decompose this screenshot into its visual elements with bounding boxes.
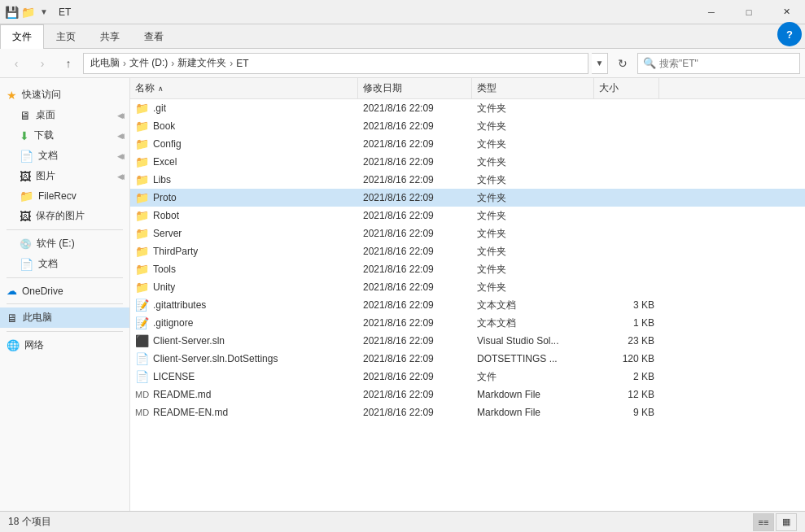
file-name: Client-Server.sln.DotSettings: [153, 353, 278, 364]
file-item-6[interactable]: 📁 Robot 2021/8/16 22:09 文件夹: [130, 207, 805, 225]
folder-icon: 📁: [135, 102, 149, 115]
file-name: Config: [153, 138, 182, 150]
folder-icon: 📁: [135, 245, 149, 258]
file-item-8[interactable]: 📁 ThirdParty 2021/8/16 22:09 文件夹: [130, 242, 805, 260]
sidebar-item-pictures[interactable]: 🖼 图片 ◀: [0, 166, 129, 186]
help-button[interactable]: ?: [777, 22, 802, 46]
file-item-5[interactable]: 📁 Proto 2021/8/16 22:09 文件夹: [130, 189, 805, 207]
divider-4: [7, 331, 123, 332]
sidebar-item-downloads[interactable]: ⬇ 下载 ◀: [0, 125, 129, 146]
file-item-2[interactable]: 📁 Config 2021/8/16 22:09 文件夹: [130, 135, 805, 153]
file-item-4[interactable]: 📁 Libs 2021/8/16 22:09 文件夹: [130, 171, 805, 189]
sidebar-item-software-e[interactable]: 💿 软件 (E:): [0, 233, 129, 254]
col-header-size[interactable]: 大小: [594, 78, 659, 98]
cell-size: 12 KB: [594, 389, 659, 400]
file-item-12[interactable]: 📝 .gitignore 2021/8/16 22:09 文本文档 1 KB: [130, 314, 805, 332]
cell-date: 2021/8/16 22:09: [358, 371, 472, 382]
sidebar-header-quick-access[interactable]: ★ 快速访问: [0, 85, 129, 105]
cell-date: 2021/8/16 22:09: [358, 138, 472, 150]
network-icon: 🌐: [7, 339, 20, 351]
file-name: Tools: [153, 264, 176, 275]
file-item-1[interactable]: 📁 Book 2021/8/16 22:09 文件夹: [130, 117, 805, 135]
forward-button[interactable]: ›: [31, 52, 54, 75]
file-item-16[interactable]: MD README.md 2021/8/16 22:09 Markdown Fi…: [130, 386, 805, 403]
sidebar-item-saved-pictures[interactable]: 🖼 保存的图片: [0, 206, 129, 226]
this-pc-icon: 🖥: [7, 312, 18, 325]
file-item-10[interactable]: 📁 Unity 2021/8/16 22:09 文件夹: [130, 278, 805, 296]
view-list-button[interactable]: ≡≡: [753, 513, 774, 531]
cell-type: 文件: [472, 370, 594, 384]
file-item-17[interactable]: MD README-EN.md 2021/8/16 22:09 Markdown…: [130, 403, 805, 421]
desktop-label: 桌面: [36, 108, 55, 122]
sidebar-header-this-pc[interactable]: 🖥 此电脑: [0, 307, 129, 328]
back-button[interactable]: ‹: [5, 52, 28, 75]
path-this-pc[interactable]: 此电脑: [90, 56, 120, 70]
col-date-label: 修改日期: [363, 81, 402, 95]
txt-icon: 📝: [135, 316, 149, 329]
file-item-3[interactable]: 📁 Excel 2021/8/16 22:09 文件夹: [130, 153, 805, 171]
sidebar-item-documents2[interactable]: 📄 文档: [0, 254, 129, 274]
cell-name: 📁 Unity: [130, 281, 358, 294]
sidebar-header-onedrive[interactable]: ☁ OneDrive: [0, 281, 129, 300]
cell-name: 📝 .gitattributes: [130, 299, 358, 312]
file-item-7[interactable]: 📁 Server 2021/8/16 22:09 文件夹: [130, 225, 805, 242]
view-detail-button[interactable]: ▦: [776, 513, 797, 531]
tab-file[interactable]: 文件: [0, 24, 44, 49]
file-item-11[interactable]: 📝 .gitattributes 2021/8/16 22:09 文本文档 3 …: [130, 296, 805, 314]
col-header-name[interactable]: 名称 ∧: [130, 78, 358, 98]
file-name: README-EN.md: [153, 407, 228, 418]
address-bar: ‹ › ↑ 此电脑 › 文件 (D:) › 新建文件夹 › ET ▼ ↻ 🔍: [0, 49, 805, 78]
cell-type: 文件夹: [472, 263, 594, 277]
address-dropdown[interactable]: ▼: [592, 53, 608, 74]
file-name: Server: [153, 228, 182, 239]
search-box[interactable]: 🔍: [637, 53, 800, 74]
sln-icon: ⬛: [135, 334, 149, 347]
folder-icon: 📁: [135, 137, 149, 150]
col-size-label: 大小: [599, 81, 619, 95]
cell-date: 2021/8/16 22:09: [358, 246, 472, 257]
sidebar-header-network[interactable]: 🌐 网络: [0, 335, 129, 355]
main-layout: ★ 快速访问 🖥 桌面 ◀ ⬇ 下载 ◀ 📄 文档 ◀ 🖼 图片 ◀: [0, 78, 805, 511]
col-header-type[interactable]: 类型: [472, 78, 594, 98]
documents-icon: 📄: [20, 150, 33, 163]
cell-date: 2021/8/16 22:09: [358, 353, 472, 364]
sidebar-item-desktop[interactable]: 🖥 桌面 ◀: [0, 105, 129, 125]
tab-home[interactable]: 主页: [44, 24, 88, 49]
cell-name: 📁 .git: [130, 102, 358, 115]
cell-size: 120 KB: [594, 353, 659, 364]
tab-share[interactable]: 共享: [88, 24, 132, 49]
refresh-button[interactable]: ↻: [611, 52, 634, 75]
file-item-14[interactable]: 📄 Client-Server.sln.DotSettings 2021/8/1…: [130, 350, 805, 368]
sidebar-item-documents[interactable]: 📄 文档 ◀: [0, 146, 129, 166]
file-item-0[interactable]: 📁 .git 2021/8/16 22:09 文件夹: [130, 99, 805, 117]
cell-type: Markdown File: [472, 389, 594, 400]
cell-type: 文件夹: [472, 281, 594, 294]
search-input[interactable]: [659, 58, 794, 69]
cell-name: MD README.md: [130, 389, 358, 400]
path-et[interactable]: ET: [236, 58, 248, 69]
cell-type: 文件夹: [472, 173, 594, 187]
address-path[interactable]: 此电脑 › 文件 (D:) › 新建文件夹 › ET: [83, 53, 588, 74]
cell-date: 2021/8/16 22:09: [358, 407, 472, 418]
file-item-13[interactable]: ⬛ Client-Server.sln 2021/8/16 22:09 Visu…: [130, 332, 805, 350]
path-folder[interactable]: 新建文件夹: [177, 56, 226, 70]
up-button[interactable]: ↑: [57, 52, 80, 75]
cell-date: 2021/8/16 22:09: [358, 335, 472, 347]
tab-view[interactable]: 查看: [132, 24, 176, 49]
maximize-button[interactable]: □: [730, 0, 768, 24]
cell-type: 文件夹: [472, 155, 594, 169]
file-item-9[interactable]: 📁 Tools 2021/8/16 22:09 文件夹: [130, 260, 805, 278]
file-icon: 📄: [135, 352, 149, 365]
col-type-label: 类型: [477, 81, 497, 95]
cell-date: 2021/8/16 22:09: [358, 228, 472, 239]
close-button[interactable]: ✕: [768, 0, 805, 24]
onedrive-label: OneDrive: [22, 286, 63, 297]
sidebar-item-filerecv[interactable]: 📁 FileRecv: [0, 186, 129, 206]
path-drive[interactable]: 文件 (D:): [129, 56, 168, 70]
col-header-date[interactable]: 修改日期: [358, 78, 472, 98]
sidebar-quick-access: ★ 快速访问 🖥 桌面 ◀ ⬇ 下载 ◀ 📄 文档 ◀ 🖼 图片 ◀: [0, 85, 129, 226]
file-item-15[interactable]: 📄 LICENSE 2021/8/16 22:09 文件 2 KB: [130, 368, 805, 386]
minimize-button[interactable]: ─: [693, 0, 730, 24]
filerecv-icon: 📁: [20, 190, 33, 203]
col-name-label: 名称: [135, 81, 155, 95]
